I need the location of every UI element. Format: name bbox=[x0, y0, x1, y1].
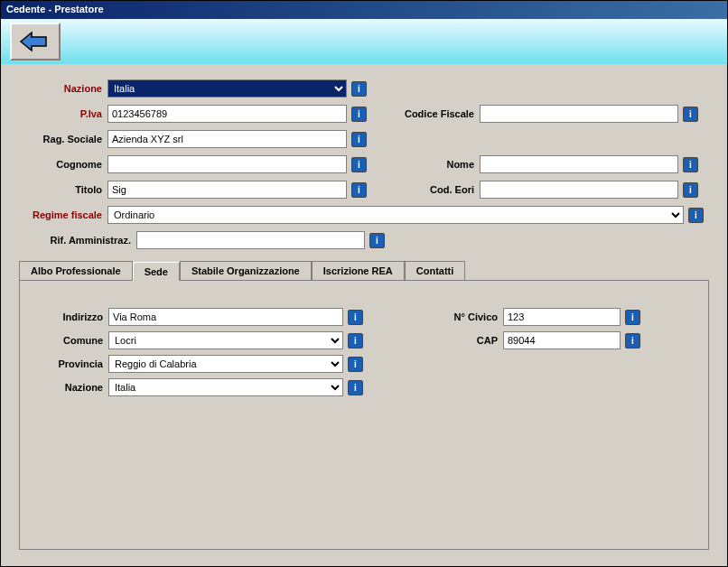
info-icon[interactable]: i bbox=[351, 182, 367, 198]
info-icon[interactable]: i bbox=[348, 380, 363, 395]
ragsoc-input[interactable] bbox=[107, 130, 347, 148]
info-icon[interactable]: i bbox=[348, 310, 363, 325]
codfisc-input[interactable] bbox=[480, 105, 678, 123]
info-icon[interactable]: i bbox=[683, 182, 698, 198]
sede-nazione-label: Nazione bbox=[38, 382, 108, 393]
cognome-label: Cognome bbox=[19, 159, 107, 170]
comune-label: Comune bbox=[38, 335, 108, 346]
info-icon[interactable]: i bbox=[625, 333, 640, 349]
back-arrow-icon bbox=[19, 30, 51, 53]
rifamm-label: Rif. Amministraz. bbox=[19, 235, 136, 246]
ncivico-input[interactable] bbox=[503, 308, 621, 326]
ncivico-label: N° Civico bbox=[417, 311, 503, 322]
codeori-input[interactable] bbox=[480, 181, 678, 199]
nome-label: Nome bbox=[367, 159, 480, 170]
titolo-label: Titolo bbox=[19, 184, 107, 195]
info-icon[interactable]: i bbox=[369, 233, 385, 248]
cap-label: CAP bbox=[417, 335, 503, 346]
rifamm-input[interactable] bbox=[136, 231, 365, 249]
form-content: Nazione Italia i P.Iva i Codice Fiscale … bbox=[1, 64, 727, 559]
regime-select[interactable]: Ordinario bbox=[107, 206, 684, 224]
info-icon[interactable]: i bbox=[351, 157, 367, 172]
info-icon[interactable]: i bbox=[351, 132, 367, 147]
provincia-select[interactable]: Reggio di Calabria bbox=[108, 355, 343, 373]
info-icon[interactable]: i bbox=[351, 81, 367, 97]
cognome-input[interactable] bbox=[107, 155, 347, 173]
tab-rea[interactable]: Iscrizione REA bbox=[312, 261, 405, 280]
titlebar: Cedente - Prestatore bbox=[1, 1, 727, 19]
nazione-select[interactable]: Italia bbox=[107, 79, 347, 98]
info-icon[interactable]: i bbox=[683, 157, 698, 172]
tab-strip: Albo Professionale Sede Stabile Organizz… bbox=[19, 261, 709, 281]
info-icon[interactable]: i bbox=[348, 333, 363, 349]
comune-select[interactable]: Locri bbox=[108, 331, 343, 349]
tab-stabile[interactable]: Stabile Organizzazione bbox=[180, 261, 312, 280]
window-title: Cedente - Prestatore bbox=[6, 4, 104, 14]
tab-content-sede: Indirizzo i Comune Locri i Provincia bbox=[19, 281, 709, 550]
tab-albo[interactable]: Albo Professionale bbox=[19, 261, 133, 280]
regime-label: Regime fiscale bbox=[19, 209, 107, 220]
nazione-label: Nazione bbox=[19, 83, 107, 94]
indirizzo-input[interactable] bbox=[108, 308, 343, 326]
cap-input[interactable] bbox=[503, 331, 621, 349]
info-icon[interactable]: i bbox=[348, 357, 363, 372]
codeori-label: Cod. Eori bbox=[367, 184, 480, 195]
info-icon[interactable]: i bbox=[625, 310, 640, 325]
toolbar bbox=[1, 19, 727, 64]
window: Cedente - Prestatore Nazione Italia i P.… bbox=[0, 0, 728, 567]
tab-contatti[interactable]: Contatti bbox=[405, 261, 466, 280]
provincia-label: Provincia bbox=[38, 358, 108, 369]
sede-nazione-select[interactable]: Italia bbox=[108, 378, 343, 396]
info-icon[interactable]: i bbox=[351, 107, 367, 122]
piva-label: P.Iva bbox=[19, 108, 107, 119]
ragsoc-label: Rag. Sociale bbox=[19, 134, 107, 144]
info-icon[interactable]: i bbox=[683, 107, 698, 122]
nome-input[interactable] bbox=[480, 155, 678, 173]
info-icon[interactable]: i bbox=[688, 208, 704, 223]
indirizzo-label: Indirizzo bbox=[38, 311, 108, 322]
back-button[interactable] bbox=[10, 23, 61, 60]
codfisc-label: Codice Fiscale bbox=[367, 108, 480, 119]
titolo-input[interactable] bbox=[107, 181, 347, 199]
tab-sede[interactable]: Sede bbox=[133, 262, 180, 281]
piva-input[interactable] bbox=[107, 105, 347, 123]
